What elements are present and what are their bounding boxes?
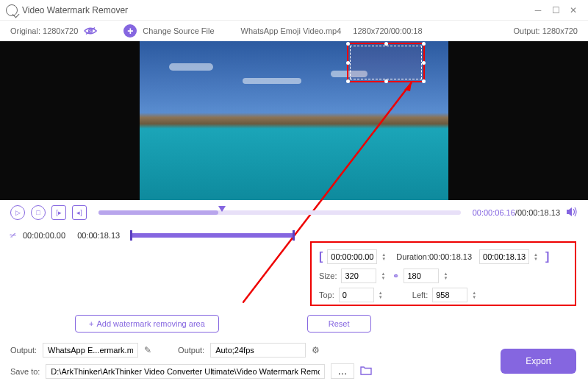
bracket-open-icon[interactable]: [ [319,250,323,263]
source-filename: WhatsApp Emoji Video.mp4 [241,26,342,35]
selection-params-panel: [ ▲▼ Duration:00:00:18.13 ▲▼ ] Size: ▲▼ … [310,241,576,306]
range-end-input[interactable] [479,249,529,264]
video-preview[interactable] [0,41,588,200]
top-spinner[interactable]: ▲▼ [379,291,386,299]
left-input[interactable] [432,288,467,302]
edit-filename-icon[interactable]: ✎ [144,345,151,355]
width-input[interactable] [341,269,376,283]
window-title: Video Watermark Remover [22,5,529,15]
maximize-button[interactable]: ☐ [547,5,564,15]
app-logo-icon [6,4,18,16]
range-start-spinner[interactable]: ▲▼ [381,252,389,261]
play-button[interactable]: ▷ [10,205,25,220]
volume-icon[interactable] [566,207,578,219]
save-to-label: Save to: [10,367,40,376]
reset-button[interactable]: Reset [307,315,371,333]
mark-in-button[interactable]: [▸ [51,205,66,220]
output-file-label: Output: [10,346,37,355]
height-spinner[interactable]: ▲▼ [443,271,451,280]
timeline-end: 00:00:18.13 [77,231,120,240]
save-path-input[interactable] [46,364,325,379]
aspect-lock-icon[interactable]: ⚭ [392,271,399,281]
top-input[interactable] [339,288,374,302]
output-filename-input[interactable] [43,343,138,358]
watermark-selection-box[interactable] [347,43,425,82]
left-label: Left: [412,291,428,299]
seek-slider[interactable] [98,210,461,215]
timeline-start: 00:00:00.00 [23,231,65,240]
mark-out-button[interactable]: ◂] [72,205,87,220]
range-end-spinner[interactable]: ▲▼ [534,252,541,261]
segment-timeline[interactable] [132,233,293,238]
stop-button[interactable]: □ [31,205,46,220]
cut-icon[interactable]: ✂ [9,230,18,241]
original-dimensions: Original: 1280x720 [10,26,78,35]
seek-thumb[interactable] [218,206,226,212]
output-settings-input[interactable] [210,343,306,358]
add-area-button[interactable]: + Add watermark removing area [75,315,219,333]
range-start-input[interactable] [327,249,377,264]
width-spinner[interactable]: ▲▼ [381,271,388,280]
open-folder-icon[interactable] [360,366,372,377]
size-label: Size: [319,271,337,280]
top-label: Top: [319,291,334,299]
plus-icon: + [89,319,93,328]
height-input[interactable] [404,269,439,283]
output-settings-label: Output: [178,346,204,355]
minimize-button[interactable]: ─ [529,5,547,15]
add-source-button[interactable]: + [123,24,137,38]
source-dims-duration: 1280x720/00:00:18 [353,26,422,35]
bracket-close-icon[interactable]: ] [545,250,549,263]
export-button[interactable]: Export [501,349,576,374]
change-source-label[interactable]: Change Source File [143,26,214,35]
total-time: /00:00:18.13 [515,208,560,217]
settings-gear-icon[interactable]: ⚙ [312,345,320,355]
output-dimensions: Output: 1280x720 [514,26,578,35]
duration-label: Duration:00:00:18.13 [396,252,472,261]
preview-toggle-icon[interactable] [84,26,97,36]
current-time: 00:00:06.16 [473,208,515,217]
close-button[interactable]: ✕ [564,5,582,15]
left-spinner[interactable]: ▲▼ [472,291,479,299]
browse-path-button[interactable]: … [331,363,354,379]
